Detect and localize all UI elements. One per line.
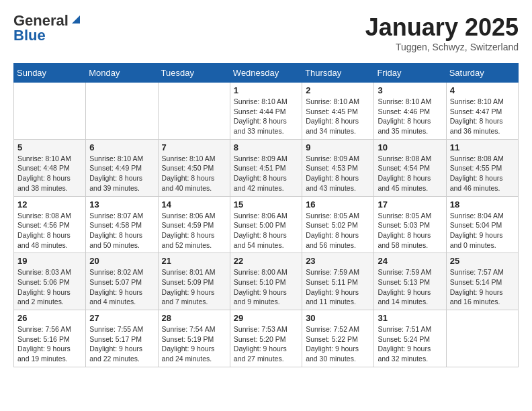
day-info: Sunrise: 8:09 AM Sunset: 4:51 PM Dayligh… [234, 154, 298, 193]
calendar-week-row: 1Sunrise: 8:10 AM Sunset: 4:44 PM Daylig… [14, 83, 519, 140]
calendar-week-row: 12Sunrise: 8:08 AM Sunset: 4:56 PM Dayli… [14, 196, 519, 253]
day-number: 15 [234, 199, 298, 210]
day-number: 6 [89, 142, 154, 152]
day-number: 27 [89, 313, 154, 323]
weekday-header: Saturday [446, 64, 518, 83]
day-info: Sunrise: 8:08 AM Sunset: 4:54 PM Dayligh… [378, 154, 442, 193]
location-text: Tuggen, Schwyz, Switzerland [365, 42, 519, 52]
day-number: 11 [450, 142, 515, 152]
day-number: 23 [306, 256, 370, 266]
day-info: Sunrise: 8:06 AM Sunset: 4:59 PM Dayligh… [162, 211, 226, 250]
day-info: Sunrise: 8:10 AM Sunset: 4:50 PM Dayligh… [162, 154, 226, 193]
calendar-cell: 3Sunrise: 8:10 AM Sunset: 4:46 PM Daylig… [374, 83, 446, 140]
day-info: Sunrise: 8:01 AM Sunset: 5:09 PM Dayligh… [162, 267, 226, 307]
weekday-header: Sunday [14, 64, 86, 83]
calendar-header-row: SundayMondayTuesdayWednesdayThursdayFrid… [14, 64, 519, 83]
day-info: Sunrise: 7:52 AM Sunset: 5:22 PM Dayligh… [306, 324, 370, 364]
calendar-cell: 23Sunrise: 7:59 AM Sunset: 5:11 PM Dayli… [302, 253, 374, 310]
day-info: Sunrise: 8:10 AM Sunset: 4:48 PM Dayligh… [17, 154, 82, 193]
day-info: Sunrise: 8:06 AM Sunset: 5:00 PM Dayligh… [234, 211, 298, 250]
day-number: 12 [17, 199, 82, 210]
calendar-cell: 21Sunrise: 8:01 AM Sunset: 5:09 PM Dayli… [158, 253, 230, 310]
day-number: 5 [17, 142, 82, 152]
day-number: 2 [306, 85, 370, 95]
weekday-header: Thursday [302, 64, 374, 83]
day-number: 30 [306, 313, 370, 323]
day-info: Sunrise: 8:10 AM Sunset: 4:46 PM Dayligh… [378, 97, 442, 136]
calendar-cell: 5Sunrise: 8:10 AM Sunset: 4:48 PM Daylig… [14, 139, 86, 196]
day-info: Sunrise: 7:54 AM Sunset: 5:19 PM Dayligh… [162, 324, 226, 364]
day-number: 16 [306, 199, 370, 210]
calendar-cell: 11Sunrise: 8:08 AM Sunset: 4:55 PM Dayli… [446, 139, 518, 196]
calendar-cell: 10Sunrise: 8:08 AM Sunset: 4:54 PM Dayli… [374, 139, 446, 196]
logo: General Blue [13, 13, 80, 43]
day-number: 10 [378, 142, 442, 152]
calendar-cell [86, 83, 158, 140]
calendar-cell: 26Sunrise: 7:56 AM Sunset: 5:16 PM Dayli… [14, 310, 86, 367]
day-info: Sunrise: 7:55 AM Sunset: 5:17 PM Dayligh… [89, 324, 154, 364]
day-info: Sunrise: 8:10 AM Sunset: 4:44 PM Dayligh… [234, 97, 298, 136]
calendar-cell: 15Sunrise: 8:06 AM Sunset: 5:00 PM Dayli… [230, 196, 302, 253]
weekday-header: Friday [374, 64, 446, 83]
day-info: Sunrise: 8:03 AM Sunset: 5:06 PM Dayligh… [17, 267, 82, 307]
calendar-cell [158, 83, 230, 140]
calendar-cell: 30Sunrise: 7:52 AM Sunset: 5:22 PM Dayli… [302, 310, 374, 367]
calendar-cell: 24Sunrise: 7:59 AM Sunset: 5:13 PM Dayli… [374, 253, 446, 310]
day-number: 14 [162, 199, 226, 210]
day-number: 3 [378, 85, 442, 95]
calendar-cell: 29Sunrise: 7:53 AM Sunset: 5:20 PM Dayli… [230, 310, 302, 367]
weekday-header: Tuesday [158, 64, 230, 83]
day-info: Sunrise: 8:02 AM Sunset: 5:07 PM Dayligh… [89, 267, 154, 307]
calendar-cell [14, 83, 86, 140]
day-info: Sunrise: 8:00 AM Sunset: 5:10 PM Dayligh… [234, 267, 298, 307]
calendar-cell: 12Sunrise: 8:08 AM Sunset: 4:56 PM Dayli… [14, 196, 86, 253]
weekday-header: Monday [86, 64, 158, 83]
day-number: 4 [450, 85, 515, 95]
day-info: Sunrise: 8:10 AM Sunset: 4:45 PM Dayligh… [306, 97, 370, 136]
calendar-cell: 20Sunrise: 8:02 AM Sunset: 5:07 PM Dayli… [86, 253, 158, 310]
day-number: 31 [378, 313, 442, 323]
day-info: Sunrise: 8:10 AM Sunset: 4:49 PM Dayligh… [89, 154, 154, 193]
day-info: Sunrise: 7:51 AM Sunset: 5:24 PM Dayligh… [378, 324, 442, 364]
calendar-cell: 4Sunrise: 8:10 AM Sunset: 4:47 PM Daylig… [446, 83, 518, 140]
day-number: 22 [234, 256, 298, 266]
calendar-cell: 13Sunrise: 8:07 AM Sunset: 4:58 PM Dayli… [86, 196, 158, 253]
calendar-cell: 8Sunrise: 8:09 AM Sunset: 4:51 PM Daylig… [230, 139, 302, 196]
day-info: Sunrise: 7:57 AM Sunset: 5:14 PM Dayligh… [450, 267, 515, 307]
calendar-week-row: 5Sunrise: 8:10 AM Sunset: 4:48 PM Daylig… [14, 139, 519, 196]
calendar-week-row: 19Sunrise: 8:03 AM Sunset: 5:06 PM Dayli… [14, 253, 519, 310]
day-number: 9 [306, 142, 370, 152]
day-info: Sunrise: 8:08 AM Sunset: 4:56 PM Dayligh… [17, 211, 82, 250]
day-info: Sunrise: 7:56 AM Sunset: 5:16 PM Dayligh… [17, 324, 82, 364]
day-number: 1 [234, 85, 298, 95]
day-number: 28 [162, 313, 226, 323]
calendar-cell: 6Sunrise: 8:10 AM Sunset: 4:49 PM Daylig… [86, 139, 158, 196]
day-info: Sunrise: 8:05 AM Sunset: 5:02 PM Dayligh… [306, 211, 370, 250]
calendar-cell: 9Sunrise: 8:09 AM Sunset: 4:53 PM Daylig… [302, 139, 374, 196]
calendar-cell: 14Sunrise: 8:06 AM Sunset: 4:59 PM Dayli… [158, 196, 230, 253]
day-info: Sunrise: 7:59 AM Sunset: 5:11 PM Dayligh… [306, 267, 370, 307]
day-number: 25 [450, 256, 515, 266]
calendar-cell: 7Sunrise: 8:10 AM Sunset: 4:50 PM Daylig… [158, 139, 230, 196]
calendar-week-row: 26Sunrise: 7:56 AM Sunset: 5:16 PM Dayli… [14, 310, 519, 367]
calendar-cell: 31Sunrise: 7:51 AM Sunset: 5:24 PM Dayli… [374, 310, 446, 367]
day-number: 18 [450, 199, 515, 210]
day-number: 13 [89, 199, 154, 210]
day-info: Sunrise: 8:10 AM Sunset: 4:47 PM Dayligh… [450, 97, 515, 136]
calendar-cell: 18Sunrise: 8:04 AM Sunset: 5:04 PM Dayli… [446, 196, 518, 253]
day-info: Sunrise: 7:53 AM Sunset: 5:20 PM Dayligh… [234, 324, 298, 364]
day-number: 17 [378, 199, 442, 210]
page-header: General Blue January 2025 Tuggen, Schwyz… [13, 13, 519, 52]
calendar-cell: 22Sunrise: 8:00 AM Sunset: 5:10 PM Dayli… [230, 253, 302, 310]
day-info: Sunrise: 8:04 AM Sunset: 5:04 PM Dayligh… [450, 211, 515, 250]
day-number: 21 [162, 256, 226, 266]
calendar-cell: 28Sunrise: 7:54 AM Sunset: 5:19 PM Dayli… [158, 310, 230, 367]
calendar-cell: 1Sunrise: 8:10 AM Sunset: 4:44 PM Daylig… [230, 83, 302, 140]
calendar-cell: 27Sunrise: 7:55 AM Sunset: 5:17 PM Dayli… [86, 310, 158, 367]
day-info: Sunrise: 8:09 AM Sunset: 4:53 PM Dayligh… [306, 154, 370, 193]
weekday-header: Wednesday [230, 64, 302, 83]
day-number: 7 [162, 142, 226, 152]
calendar-cell: 16Sunrise: 8:05 AM Sunset: 5:02 PM Dayli… [302, 196, 374, 253]
calendar-cell: 2Sunrise: 8:10 AM Sunset: 4:45 PM Daylig… [302, 83, 374, 140]
calendar-cell: 17Sunrise: 8:05 AM Sunset: 5:03 PM Dayli… [374, 196, 446, 253]
